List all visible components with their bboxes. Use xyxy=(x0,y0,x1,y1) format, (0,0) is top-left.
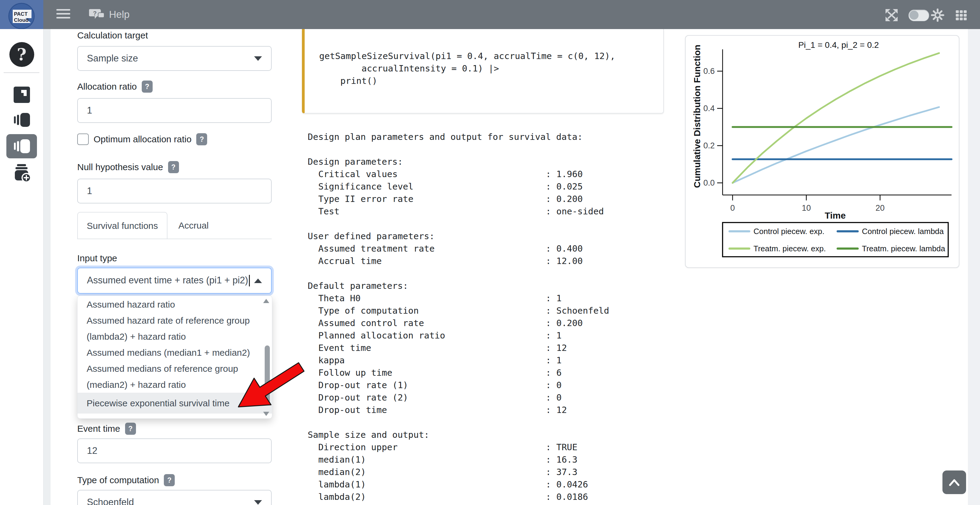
svg-text:0.6: 0.6 xyxy=(703,67,715,76)
code-line: print() xyxy=(319,75,377,87)
sidebar-item-layout[interactable] xyxy=(0,111,43,129)
output-line: Planned allocation ratio: 1 xyxy=(308,329,659,342)
output-line: Type II error rate: 0.200 xyxy=(308,193,659,205)
optimum-allocation-row: Optimum allocation ratio ? xyxy=(77,133,207,145)
code-line: getSampleSizeSurvival(pi1 = 0.4, accrual… xyxy=(319,50,616,62)
type-of-computation-select[interactable]: Schoenfeld xyxy=(77,490,272,505)
r-output-block: Design plan parameters and output for su… xyxy=(308,131,659,503)
svg-text:PACT: PACT xyxy=(14,11,28,17)
sidebar-item-designs[interactable] xyxy=(0,86,43,103)
panel-layout-icon xyxy=(13,111,31,129)
brightness-sun-icon[interactable] xyxy=(930,8,945,22)
code-line: accrualIntensity = 0.1) |> xyxy=(319,62,499,75)
output-line: Assumed control rate: 0.200 xyxy=(308,317,659,329)
sidebar-item-active-layout[interactable] xyxy=(6,134,37,158)
svg-text:Treatm. piecew. exp.: Treatm. piecew. exp. xyxy=(754,244,826,253)
app-window: PACT Cloud ? Help xyxy=(0,0,980,505)
tab-accrual[interactable]: Accrual xyxy=(167,212,220,239)
chevron-down-icon xyxy=(254,500,262,505)
svg-text:Cloud: Cloud xyxy=(14,17,29,23)
rpact-cloud-logo-icon: PACT Cloud xyxy=(0,0,43,32)
dropdown-scrollbar-thumb[interactable] xyxy=(265,345,270,403)
output-line: Significance level: 0.025 xyxy=(308,181,659,193)
output-line: Theta H0: 1 xyxy=(308,292,659,305)
output-line: Design parameters: xyxy=(308,156,659,168)
output-line: lambda(2): 0.0186 xyxy=(308,491,659,503)
output-line: Design plan parameters and output for su… xyxy=(308,131,659,143)
question-avatar-icon: ? xyxy=(10,42,34,67)
help-badge-icon[interactable]: ? xyxy=(196,133,207,145)
output-line xyxy=(308,267,659,280)
null-hypothesis-label: Null hypothesis value ? xyxy=(77,161,179,173)
help-button[interactable]: ? Help xyxy=(89,7,130,22)
dropdown-option[interactable]: Assumed hazard rate of reference group (… xyxy=(78,313,272,345)
output-line: median(1): 16.3 xyxy=(308,454,659,466)
help-badge-icon[interactable]: ? xyxy=(142,81,153,93)
tab-underline xyxy=(77,238,272,239)
input-type-combobox[interactable]: Assumed event time + rates (pi1 + pi2) xyxy=(77,268,272,294)
sidebar-item-help-avatar[interactable]: ? xyxy=(0,42,43,67)
input-type-dropdown: Assumed hazard ratioAssumed hazard rate … xyxy=(77,295,272,419)
event-time-label: Event time ? xyxy=(77,422,136,435)
output-line: Event time: 12 xyxy=(308,342,659,354)
form-panel-scrollbar[interactable] xyxy=(43,29,51,505)
text-cursor xyxy=(249,275,250,286)
steps-corner-icon xyxy=(13,86,30,103)
output-line: lambda(1): 0.0426 xyxy=(308,478,659,491)
output-line: Direction upper: TRUE xyxy=(308,441,659,454)
help-badge-icon[interactable]: ? xyxy=(164,474,175,486)
svg-text:20: 20 xyxy=(875,203,885,213)
svg-text:Treatm. piecew. lambda: Treatm. piecew. lambda xyxy=(862,244,945,253)
sidebar-item-add-container[interactable] xyxy=(0,164,43,182)
chevron-up-icon xyxy=(948,478,961,487)
dropdown-option[interactable]: Piecewise exponential survival time xyxy=(78,393,272,414)
calculation-target-label: Calculation target xyxy=(77,30,148,41)
dropdown-option[interactable]: Assumed medians (median1 + median2) xyxy=(78,345,272,360)
output-line: Drop-out rate (1): 0 xyxy=(308,379,659,391)
svg-text:Time: Time xyxy=(825,210,846,221)
output-line: Assumed treatment rate: 0.400 xyxy=(308,243,659,255)
help-badge-icon[interactable]: ? xyxy=(168,161,179,173)
dark-mode-toggle[interactable] xyxy=(908,10,929,21)
page-scrollbar-track[interactable] xyxy=(968,29,980,505)
chevron-down-icon xyxy=(254,56,262,61)
svg-text:?: ? xyxy=(93,10,97,17)
code-card: getSampleSizeSurvival(pi1 = 0.4, accrual… xyxy=(302,29,664,114)
event-time-input[interactable] xyxy=(77,438,272,463)
fullscreen-expand-icon[interactable] xyxy=(884,8,899,22)
svg-text:0.0: 0.0 xyxy=(703,178,715,187)
allocation-ratio-label: Allocation ratio ? xyxy=(77,81,153,93)
svg-text:Pi_1 = 0.4, pi_2 = 0.2: Pi_1 = 0.4, pi_2 = 0.2 xyxy=(798,40,879,50)
panel-layout-active-icon xyxy=(13,138,31,155)
dropdown-scroll-down-icon[interactable] xyxy=(263,412,269,416)
cdf-chart: Pi_1 = 0.4, pi_2 = 0.2Cumulative Distrib… xyxy=(686,36,959,267)
svg-text:0.4: 0.4 xyxy=(703,104,715,113)
app-logo[interactable]: PACT Cloud xyxy=(0,0,43,32)
output-line: Accrual time: 12.00 xyxy=(308,255,659,267)
optimum-allocation-checkbox[interactable] xyxy=(77,133,89,145)
toggle-knob xyxy=(910,11,918,20)
svg-text:10: 10 xyxy=(802,203,811,213)
output-line xyxy=(308,416,659,429)
output-line xyxy=(308,218,659,230)
dropdown-scroll-up-icon[interactable] xyxy=(263,299,269,303)
output-line: Type of computation: Schoenfeld xyxy=(308,305,659,317)
chart-card: Pi_1 = 0.4, pi_2 = 0.2Cumulative Distrib… xyxy=(685,35,959,268)
tab-survival-functions[interactable]: Survival functions xyxy=(77,212,167,239)
type-of-computation-label: Type of computation ? xyxy=(77,474,175,486)
dropdown-option[interactable]: Assumed medians of reference group (medi… xyxy=(78,360,272,393)
menu-hamburger-icon[interactable] xyxy=(56,9,70,21)
svg-text:0.2: 0.2 xyxy=(703,141,715,150)
allocation-ratio-input[interactable] xyxy=(77,98,272,123)
input-type-label: Input type xyxy=(77,253,117,264)
output-line: Drop-out time: 12 xyxy=(308,404,659,416)
dropdown-option[interactable]: Assumed hazard ratio xyxy=(78,296,272,313)
scroll-to-top-button[interactable] xyxy=(942,470,966,494)
help-badge-icon[interactable]: ? xyxy=(125,422,136,435)
output-line: Follow up time: 6 xyxy=(308,367,659,379)
apps-grid-icon[interactable] xyxy=(954,8,969,22)
sidebar-divider xyxy=(4,72,39,73)
null-hypothesis-input[interactable] xyxy=(77,179,272,203)
svg-text:Control piecew. lambda: Control piecew. lambda xyxy=(862,227,944,236)
calculation-target-select[interactable]: Sample size xyxy=(77,46,272,71)
